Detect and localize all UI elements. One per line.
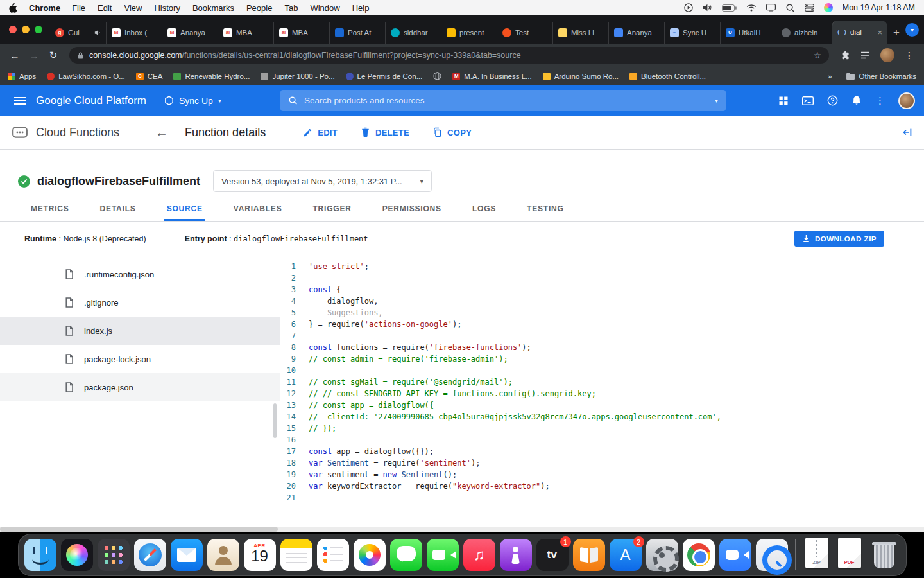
edit-button[interactable]: EDIT xyxy=(303,127,338,137)
search-caret-icon[interactable]: ▾ xyxy=(715,97,718,104)
gcp-more-icon[interactable]: ⋮ xyxy=(875,95,885,107)
bookmark-item[interactable] xyxy=(433,72,441,80)
dock-music-icon[interactable]: ♫ xyxy=(463,539,495,571)
dock-siri-icon[interactable] xyxy=(61,539,93,571)
bookmark-star-icon[interactable]: ☆ xyxy=(813,50,821,60)
display-icon[interactable] xyxy=(766,4,776,12)
tab-testing[interactable]: TESTING xyxy=(527,204,564,221)
menu-view[interactable]: View xyxy=(124,3,142,13)
dock-pdf-icon[interactable]: PDF xyxy=(835,538,864,571)
menubar-app-name[interactable]: Chrome xyxy=(29,3,60,13)
gcp-avatar[interactable] xyxy=(898,92,915,109)
apple-icon[interactable] xyxy=(9,3,17,13)
bookmark-item[interactable]: CCEA xyxy=(136,73,163,80)
wifi-icon[interactable] xyxy=(746,4,757,12)
omnibox[interactable]: console.cloud.google.com/functions/detai… xyxy=(69,47,829,64)
file-item[interactable]: package-lock.json xyxy=(0,345,280,373)
bookmarks-overflow-chevron[interactable]: » xyxy=(828,73,832,80)
browser-tab[interactable]: aiMBA xyxy=(273,22,329,44)
new-tab-button[interactable]: + xyxy=(887,22,905,44)
bookmark-item[interactable]: Le Permis de Con... xyxy=(346,73,423,80)
dock-calendar-icon[interactable]: APR19 xyxy=(244,539,276,571)
tab-variables[interactable]: VARIABLES xyxy=(234,204,282,221)
dock-appstore-icon[interactable]: A2 xyxy=(610,539,642,571)
grid4-icon[interactable] xyxy=(778,96,789,106)
reading-list-icon[interactable] xyxy=(860,51,870,59)
browser-tab[interactable]: Ananya xyxy=(608,22,664,44)
menu-bookmarks[interactable]: Bookmarks xyxy=(193,3,234,13)
browser-tab[interactable]: Test xyxy=(497,22,552,44)
collapse-panel-icon[interactable] xyxy=(902,127,912,137)
menu-people[interactable]: People xyxy=(246,3,272,13)
dock-quicktime-icon[interactable] xyxy=(756,539,788,571)
browser-tab[interactable]: gGui xyxy=(50,22,106,44)
file-item[interactable]: .runtimeconfig.json xyxy=(0,260,280,288)
control-center-icon[interactable] xyxy=(805,4,814,12)
file-item[interactable]: index.js xyxy=(0,317,280,345)
minimize-window-button[interactable] xyxy=(22,26,30,33)
browser-tab[interactable]: siddhar xyxy=(385,22,441,44)
dock-contacts-icon[interactable] xyxy=(207,539,239,571)
dock-books-icon[interactable] xyxy=(573,539,605,571)
dock-podcasts-icon[interactable] xyxy=(500,539,532,571)
bookmark-item[interactable]: Apps xyxy=(8,73,36,80)
dock-launchpad-icon[interactable] xyxy=(98,539,130,571)
tab-search-button[interactable]: ▾ xyxy=(905,23,919,37)
browser-tab[interactable]: MInbox ( xyxy=(106,22,162,44)
browser-tab[interactable]: Miss Li xyxy=(552,22,608,44)
browser-menu-icon[interactable]: ⋮ xyxy=(901,50,918,60)
profile-avatar[interactable] xyxy=(880,48,894,62)
browser-tab[interactable]: present xyxy=(441,22,497,44)
terminal-icon[interactable] xyxy=(802,96,814,105)
dock-finder-icon[interactable] xyxy=(24,539,56,571)
bookmark-item[interactable]: Bluetooth Controll... xyxy=(629,73,706,80)
volume-icon[interactable] xyxy=(703,4,712,12)
bookmark-item[interactable]: LawSikho.com - O... xyxy=(47,73,125,80)
menu-tab[interactable]: Tab xyxy=(284,3,298,13)
magnifier-icon[interactable] xyxy=(785,3,795,13)
forward-button[interactable]: → xyxy=(26,50,42,61)
tab-logs[interactable]: LOGS xyxy=(472,204,496,221)
browser-tab[interactable]: UUtkalH xyxy=(720,22,776,44)
editor-scrollbar-track[interactable] xyxy=(893,256,893,500)
dock-notes-icon[interactable] xyxy=(280,539,312,571)
extension-puzzle-icon[interactable] xyxy=(841,51,850,60)
dock-mail-icon[interactable] xyxy=(171,539,203,571)
gcp-brand[interactable]: Google Cloud Platform xyxy=(36,94,146,107)
browser-tab[interactable]: aiMBA xyxy=(218,22,273,44)
horizontal-scrollbar-thumb[interactable] xyxy=(0,527,278,532)
dock-safari-icon[interactable] xyxy=(134,539,166,571)
other-bookmarks-button[interactable]: Other Bookmarks xyxy=(846,73,916,80)
bell-icon[interactable] xyxy=(851,95,862,106)
dock-tv-icon[interactable]: tv1 xyxy=(536,539,569,571)
back-button[interactable]: ← xyxy=(6,50,23,61)
play-circle-icon[interactable] xyxy=(684,3,693,12)
horizontal-scrollbar[interactable] xyxy=(0,527,924,532)
bookmark-item[interactable]: MM.A. In Business L... xyxy=(452,73,531,80)
menu-history[interactable]: History xyxy=(154,3,180,13)
tab-metrics[interactable]: METRICS xyxy=(31,204,69,221)
dock-reminders-icon[interactable] xyxy=(317,539,349,571)
menu-window[interactable]: Window xyxy=(310,3,339,13)
copy-button[interactable]: COPY xyxy=(432,127,472,137)
product-title[interactable]: Cloud Functions xyxy=(36,126,119,139)
download-zip-button[interactable]: DOWNLOAD ZIP xyxy=(794,231,884,247)
dock-zip-icon[interactable]: ZIP xyxy=(803,538,831,571)
tab-details[interactable]: DETAILS xyxy=(100,204,136,221)
dock-zoom-icon[interactable] xyxy=(719,539,751,571)
project-picker[interactable]: Sync Up ▾ xyxy=(164,96,221,106)
battery-icon[interactable] xyxy=(722,4,737,12)
back-arrow-icon[interactable]: ← xyxy=(155,125,168,140)
browser-tab[interactable]: MAnanya xyxy=(162,22,218,44)
delete-button[interactable]: DELETE xyxy=(361,127,409,137)
fullscreen-window-button[interactable] xyxy=(35,26,42,33)
menubar-clock[interactable]: Mon 19 Apr 1:18 AM xyxy=(843,3,915,12)
tab-close-icon[interactable]: × xyxy=(877,28,882,37)
bookmark-item[interactable]: Arduino Sumo Ro... xyxy=(543,73,619,80)
dock-chrome-icon[interactable] xyxy=(683,539,715,571)
siri-icon[interactable] xyxy=(824,3,833,12)
file-panel-scrollbar[interactable] xyxy=(273,403,277,438)
menu-help[interactable]: Help xyxy=(352,3,370,13)
file-item[interactable]: .gitignore xyxy=(0,288,280,317)
gcp-search[interactable]: ▾ xyxy=(280,90,726,111)
